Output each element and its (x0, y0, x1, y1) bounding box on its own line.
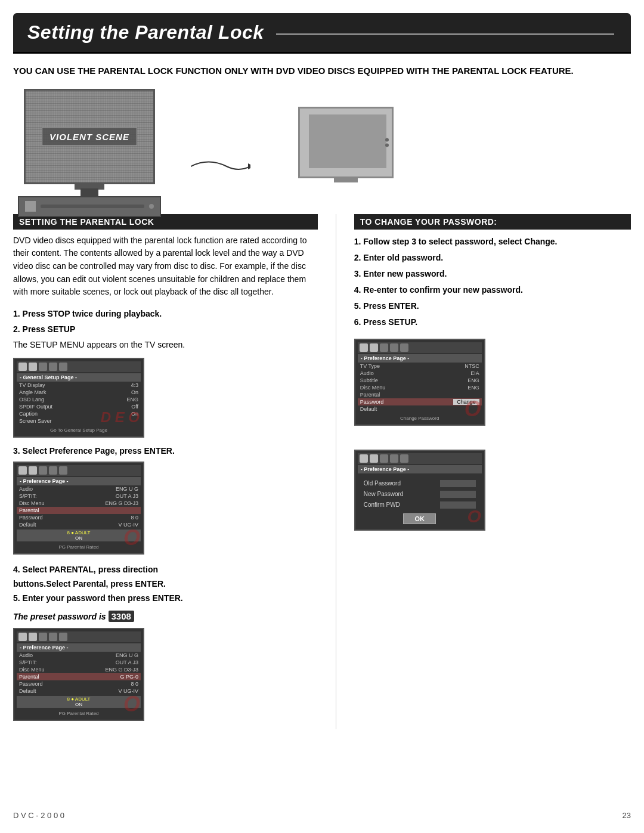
tv-illustration: VIOLENT SCENE (24, 89, 631, 208)
column-divider (336, 214, 336, 729)
preference-screen-1: - Preference Page - AudioENG U G S/PTIT:… (13, 462, 144, 555)
connection-arrows (191, 154, 250, 178)
small-tv (286, 107, 394, 178)
preset-line: The preset password is 3308 (13, 611, 318, 622)
password-entry-screen: - Preference Page - Old Password New Pas… (354, 450, 485, 531)
model-number: D V C - 2 0 0 0 (13, 811, 64, 820)
intro-text: YOU CAN USE THE PARENTAL LOCK FUNCTION O… (13, 64, 631, 78)
violent-scene-label: VIOLENT SCENE (42, 127, 137, 145)
section-heading-right: TO CHANGE YOUR PASSWORD: (354, 214, 631, 230)
violent-scene-tv: VIOLENT SCENE (24, 89, 155, 184)
left-column: SETTING THE PARENTAL LOCK DVD video disc… (13, 214, 318, 729)
header-underline (13, 52, 631, 54)
right-column: TO CHANGE YOUR PASSWORD: 1. Follow step … (354, 214, 631, 729)
svg-marker-0 (248, 163, 250, 169)
body-text: DVD video discs equipped with the parent… (13, 234, 318, 299)
page-number: 23 (623, 811, 631, 820)
step4-label: 4. Select PARENTAL, press directionbutto… (13, 563, 318, 605)
steps-1-2: 1. Press STOP twice during playback. 2. … (13, 307, 318, 352)
change-password-steps: 1. Follow step 3 to select password, sel… (354, 234, 631, 330)
page-title: Setting the Parental Lock (27, 21, 264, 44)
password-change-screen-wrap: - Preference Page - TV TypeNTSC AudioEIA… (354, 339, 631, 426)
dvd-player (18, 196, 161, 217)
preference-screen-2: - Preference Page - AudioENG U G S/PTIT:… (13, 628, 144, 721)
page-header: Setting the Parental Lock (13, 13, 631, 52)
general-setup-screen: - General Setup Page - TV Display4:3 Ang… (13, 358, 144, 438)
page-footer: D V C - 2 0 0 0 23 (13, 811, 631, 820)
step3-label: 3. Select Preference Page, press ENTER. (13, 446, 318, 456)
main-content: SETTING THE PARENTAL LOCK DVD video disc… (13, 214, 631, 729)
preference-screen-change: - Preference Page - TV TypeNTSC AudioEIA… (354, 339, 485, 426)
password-entry-screen-wrap: - Preference Page - Old Password New Pas… (354, 450, 631, 531)
